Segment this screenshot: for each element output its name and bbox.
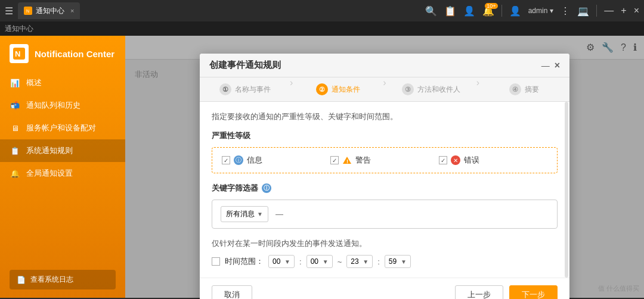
svg-text:!: ! <box>346 158 348 164</box>
content-area: ⚙ 🔧 ? ℹ 非活动 创建事件通知规则 — × <box>125 36 644 298</box>
second-bar: 通知中心 <box>0 21 644 36</box>
time-to-hour[interactable]: 23 ▼ <box>346 255 373 268</box>
error-label: 错误 <box>464 155 479 166</box>
dialog-minimize-icon[interactable]: — <box>541 61 550 70</box>
step-2[interactable]: ② 通知条件 <box>293 77 383 101</box>
admin-label: admin <box>528 7 548 15</box>
admin-arrow: ▾ <box>550 7 553 15</box>
sidebar-item-accounts[interactable]: 🖥 服务帐户和设备配对 <box>0 117 125 139</box>
info-label: 信息 <box>247 155 262 166</box>
main-layout: N Notification Center 📊 概述 📬 通知队列和历史 🖥 服… <box>0 36 644 298</box>
time-from-min[interactable]: 00 ▼ <box>306 255 333 268</box>
top-bar: ☰ N 通知中心 × 🔍 📋 👤 🔔10+ 👤 admin ▾ ⋮ 💻 — + … <box>0 0 644 21</box>
watermark: 值 什么值得买 <box>598 284 639 293</box>
to-hour-arrow: ▼ <box>363 258 369 265</box>
step-4-num: ④ <box>509 83 521 95</box>
svg-text:N: N <box>15 49 20 58</box>
minimize-win-icon[interactable]: — <box>604 5 614 16</box>
dialog-body: 指定要接收的通知的严重性等级、关键字和时间范围。 严重性等级 ⓘ 信息 <box>200 102 569 278</box>
next-button[interactable]: 下一步 <box>509 285 558 299</box>
admin-area[interactable]: admin ▾ <box>528 7 554 15</box>
sidebar-item-queue[interactable]: 📬 通知队列和历史 <box>0 94 125 117</box>
keyword-row: 所有消息 ▼ — <box>212 200 558 229</box>
tab-label: 通知中心 <box>36 6 64 16</box>
search-icon[interactable]: 🔍 <box>425 5 437 17</box>
sidebar: N Notification Center 📊 概述 📬 通知队列和历史 🖥 服… <box>0 36 125 298</box>
more-icon[interactable]: ⋮ <box>561 5 570 17</box>
step-2-label: 通知条件 <box>332 85 360 95</box>
step-1[interactable]: ① 名称与事件 <box>200 77 290 101</box>
dialog-header: 创建事件通知规则 — × <box>200 54 569 77</box>
step-1-label: 名称与事件 <box>235 85 271 95</box>
severity-info: ⓘ 信息 <box>222 155 330 166</box>
severity-warn: ! 警告 <box>330 155 439 166</box>
queue-icon: 📬 <box>10 100 20 111</box>
cancel-button[interactable]: 取消 <box>212 285 252 299</box>
time-to-min[interactable]: 59 ▼ <box>385 255 411 268</box>
footer-right: 上一步 下一步 <box>455 285 558 299</box>
sidebar-item-rules[interactable]: 📋 系统通知规则 <box>0 139 125 162</box>
remote-icon[interactable]: 💻 <box>577 5 589 17</box>
from-hour-value: 00 <box>273 257 280 266</box>
error-checkbox[interactable] <box>439 156 447 164</box>
profile-icon[interactable]: 👤 <box>509 5 521 17</box>
dialog-controls: — × <box>541 60 560 71</box>
step-3[interactable]: ③ 方法和收件人 <box>386 77 476 101</box>
warn-label: 警告 <box>355 155 371 166</box>
dialog-scrollbar[interactable] <box>565 102 568 278</box>
warn-checkbox[interactable] <box>330 156 339 164</box>
tab-item[interactable]: N 通知中心 × <box>18 2 80 19</box>
keyword-help-icon[interactable]: ⓘ <box>262 183 271 193</box>
keyword-dash: — <box>275 210 283 219</box>
log-icon: 📄 <box>17 276 26 284</box>
to-min-arrow: ▼ <box>401 258 407 265</box>
clipboard-icon[interactable]: 📋 <box>444 5 456 17</box>
global-icon: 🔔 <box>10 168 20 179</box>
info-checkbox[interactable] <box>222 156 230 164</box>
step-1-num: ① <box>219 83 231 95</box>
step-3-label: 方法和收件人 <box>417 85 460 95</box>
divider <box>501 5 502 17</box>
colon-2: : <box>377 257 380 266</box>
step-2-num: ② <box>316 83 328 95</box>
view-log-button[interactable]: 📄 查看系统日志 <box>10 270 116 289</box>
severity-error: ✕ 错误 <box>439 155 547 166</box>
dialog-close-icon[interactable]: × <box>555 60 560 71</box>
user-icon[interactable]: 👤 <box>463 5 475 17</box>
sidebar-footer: 📄 查看系统日志 <box>0 261 125 298</box>
dialog-scroll: 指定要接收的通知的严重性等级、关键字和时间范围。 严重性等级 ⓘ 信息 <box>200 102 569 278</box>
top-bar-left: ☰ N 通知中心 × <box>5 2 425 19</box>
keyword-section-label: 关键字筛选器 ⓘ <box>212 183 558 194</box>
sidebar-item-global[interactable]: 🔔 全局通知设置 <box>0 162 125 185</box>
rules-icon: 📋 <box>10 145 20 156</box>
to-min-value: 59 <box>389 257 397 266</box>
hamburger-icon[interactable]: ☰ <box>5 5 13 17</box>
breadcrumb: 通知中心 <box>5 24 33 34</box>
info-severity-icon: ⓘ <box>234 155 243 165</box>
sidebar-item-rules-label: 系统通知规则 <box>26 145 73 156</box>
notification-badge: 10+ <box>485 3 497 9</box>
step-4-label: 摘要 <box>525 85 539 95</box>
step-3-num: ③ <box>402 83 414 95</box>
tab-close-icon[interactable]: × <box>70 7 74 14</box>
select-arrow-icon: ▼ <box>257 211 263 217</box>
sidebar-item-accounts-label: 服务帐户和设备配对 <box>26 123 96 133</box>
time-checkbox[interactable] <box>212 257 220 266</box>
from-hour-arrow: ▼ <box>284 258 290 265</box>
svg-text:N: N <box>26 9 29 13</box>
sidebar-item-overview[interactable]: 📊 概述 <box>0 71 125 94</box>
prev-button[interactable]: 上一步 <box>455 285 503 299</box>
keyword-select-value: 所有消息 <box>226 209 255 219</box>
tilde-sep: ~ <box>338 257 342 266</box>
severity-box: ⓘ 信息 ! 警 <box>212 147 558 173</box>
maximize-win-icon[interactable]: + <box>621 5 626 16</box>
keyword-select[interactable]: 所有消息 ▼ <box>221 206 268 222</box>
tab-favicon: N <box>24 7 32 15</box>
close-win-icon[interactable]: × <box>634 5 639 16</box>
time-from-hour[interactable]: 00 ▼ <box>268 255 295 268</box>
notification-icon[interactable]: 🔔10+ <box>482 5 494 17</box>
to-hour-value: 23 <box>351 257 358 266</box>
sidebar-item-queue-label: 通知队列和历史 <box>26 100 80 111</box>
time-row: 时间范围： 00 ▼ : 00 ▼ ~ <box>212 255 558 268</box>
step-4[interactable]: ④ 摘要 <box>479 77 569 101</box>
